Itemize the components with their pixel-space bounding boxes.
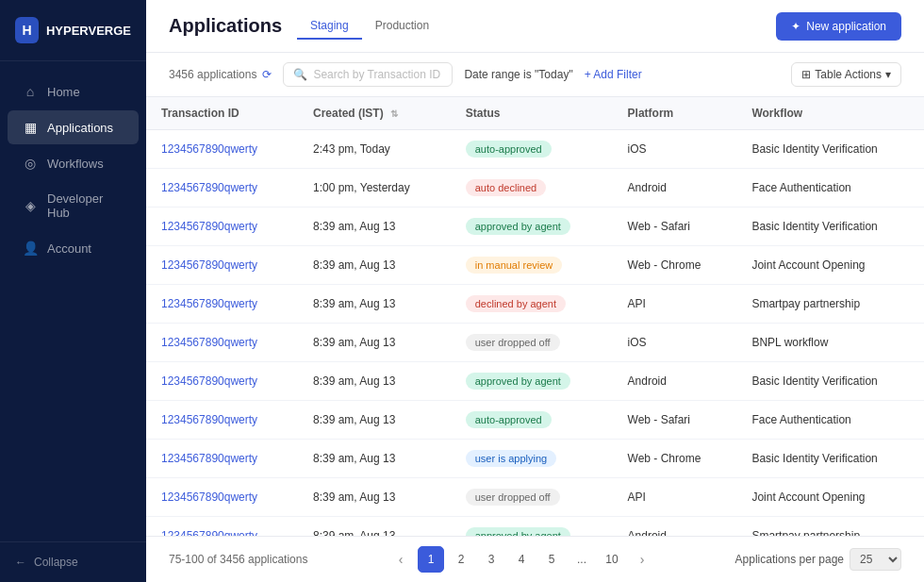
- table-actions-button[interactable]: ⊞ Table Actions ▾: [791, 62, 901, 87]
- table-row[interactable]: 1234567890qwerty 1:00 pm, Yesterday auto…: [146, 169, 924, 208]
- status-badge: user dropped off: [466, 334, 560, 351]
- table-row[interactable]: 1234567890qwerty 8:39 am, Aug 13 approve…: [146, 517, 924, 537]
- cell-workflow: Face Authentication: [736, 401, 924, 440]
- date-range-text: Date range is "Today": [464, 68, 572, 81]
- cell-platform: API: [613, 478, 737, 517]
- cell-status: user dropped off: [451, 324, 613, 362]
- workflows-icon: ◎: [23, 156, 38, 171]
- table-row[interactable]: 1234567890qwerty 8:39 am, Aug 13 user dr…: [146, 478, 924, 517]
- cell-workflow: Face Authentication: [736, 169, 924, 208]
- cell-workflow: Basic Identity Verification: [736, 208, 924, 246]
- table-icon: ⊞: [801, 68, 811, 81]
- cell-platform: API: [613, 285, 737, 324]
- col-transaction-id: Transaction ID: [146, 97, 298, 130]
- cell-status: approved by agent: [451, 362, 613, 401]
- table-row[interactable]: 1234567890qwerty 2:43 pm, Today auto-app…: [146, 130, 924, 169]
- pagination-pages: ‹12345...10›: [388, 546, 655, 573]
- table-row[interactable]: 1234567890qwerty 8:39 am, Aug 13 approve…: [146, 208, 924, 246]
- table-row[interactable]: 1234567890qwerty 8:39 am, Aug 13 auto-ap…: [146, 401, 924, 440]
- sidebar-nav: ⌂Home▦Applications◎Workflows◈Developer H…: [0, 61, 146, 541]
- page-title: Applications: [169, 15, 282, 37]
- pagination-page-10[interactable]: 10: [599, 546, 625, 573]
- sidebar-item-home[interactable]: ⌂Home: [8, 75, 139, 108]
- cell-status: approved by agent: [451, 208, 613, 246]
- page-title-area: Applications StagingProduction: [169, 13, 442, 40]
- cell-workflow: Basic Identity Verification: [736, 440, 924, 478]
- per-page-select[interactable]: 25 50 100: [850, 548, 901, 571]
- collapse-button[interactable]: ← Collapse: [0, 541, 146, 582]
- pagination-next[interactable]: ›: [629, 546, 655, 573]
- cell-status: declined by agent: [451, 285, 613, 324]
- col-status: Status: [451, 97, 613, 130]
- table-row[interactable]: 1234567890qwerty 8:39 am, Aug 13 decline…: [146, 285, 924, 324]
- cell-created: 8:39 am, Aug 13: [298, 324, 451, 362]
- status-badge: auto-approved: [466, 141, 552, 158]
- chevron-down-icon: ▾: [885, 68, 891, 81]
- cell-status: user dropped off: [451, 478, 613, 517]
- sidebar-label-home: Home: [47, 85, 80, 99]
- cell-transaction-id: 1234567890qwerty: [146, 169, 298, 208]
- col-workflow: Workflow: [736, 97, 924, 130]
- pagination-page-4[interactable]: 4: [508, 546, 535, 573]
- table-row[interactable]: 1234567890qwerty 8:39 am, Aug 13 user dr…: [146, 324, 924, 362]
- sidebar-item-developer_hub[interactable]: ◈Developer Hub: [8, 182, 139, 229]
- status-badge: approved by agent: [466, 373, 570, 390]
- page-range-text: 75-100 of 3456 applications: [169, 553, 307, 566]
- pagination-page-1[interactable]: 1: [418, 546, 444, 573]
- add-filter-button[interactable]: + Add Filter: [585, 68, 642, 81]
- table-container: Transaction ID Created (IST) ⇅ Status Pl…: [146, 97, 924, 536]
- status-badge: in manual review: [466, 257, 563, 274]
- cell-status: auto declined: [451, 169, 613, 208]
- logo-text: HYPERVERGE: [46, 24, 131, 38]
- col-created[interactable]: Created (IST) ⇅: [298, 97, 451, 130]
- cell-status: user is applying: [451, 440, 613, 478]
- cell-platform: Android: [613, 362, 737, 401]
- account-icon: 👤: [23, 241, 38, 256]
- search-box[interactable]: 🔍 Search by Transaction ID: [283, 62, 453, 87]
- search-placeholder: Search by Transaction ID: [313, 68, 440, 81]
- new-application-button[interactable]: ✦ New application: [776, 12, 901, 41]
- pagination-bar: 75-100 of 3456 applications ‹12345...10›…: [146, 536, 924, 582]
- cell-transaction-id: 1234567890qwerty: [146, 478, 298, 517]
- pagination-prev[interactable]: ‹: [388, 546, 414, 573]
- cell-workflow: BNPL workflow: [736, 324, 924, 362]
- cell-created: 8:39 am, Aug 13: [298, 246, 451, 285]
- cell-workflow: Joint Account Opening: [736, 246, 924, 285]
- status-badge: approved by agent: [466, 218, 570, 235]
- cell-transaction-id: 1234567890qwerty: [146, 285, 298, 324]
- cell-platform: iOS: [613, 324, 737, 362]
- cell-platform: Android: [613, 517, 737, 537]
- cell-workflow: Basic Identity Verification: [736, 362, 924, 401]
- table-row[interactable]: 1234567890qwerty 8:39 am, Aug 13 user is…: [146, 440, 924, 478]
- pagination-page-2[interactable]: 2: [448, 546, 474, 573]
- pagination-ellipsis: ...: [569, 546, 595, 573]
- cell-transaction-id: 1234567890qwerty: [146, 324, 298, 362]
- sidebar-item-account[interactable]: 👤Account: [8, 231, 139, 265]
- cell-platform: Web - Chrome: [613, 440, 737, 478]
- per-page-selector: Applications per page 25 50 100: [735, 548, 901, 571]
- sidebar-item-applications[interactable]: ▦Applications: [8, 110, 139, 144]
- sidebar-label-account: Account: [47, 241, 91, 256]
- cell-transaction-id: 1234567890qwerty: [146, 401, 298, 440]
- applications-icon: ▦: [23, 120, 38, 135]
- cell-created: 8:39 am, Aug 13: [298, 208, 451, 246]
- table-row[interactable]: 1234567890qwerty 8:39 am, Aug 13 in manu…: [146, 246, 924, 285]
- cell-platform: Web - Chrome: [613, 246, 737, 285]
- pagination-page-5[interactable]: 5: [538, 546, 565, 573]
- tab-staging[interactable]: Staging: [297, 13, 362, 40]
- sidebar-item-workflows[interactable]: ◎Workflows: [8, 146, 139, 180]
- tab-production[interactable]: Production: [362, 13, 442, 40]
- cell-created: 8:39 am, Aug 13: [298, 478, 451, 517]
- collapse-icon: ←: [15, 556, 26, 569]
- cell-transaction-id: 1234567890qwerty: [146, 362, 298, 401]
- pagination-page-3[interactable]: 3: [478, 546, 504, 573]
- date-filter[interactable]: Date range is "Today": [464, 68, 572, 81]
- logo: H HYPERVERGE: [0, 0, 146, 61]
- refresh-icon[interactable]: ⟳: [262, 68, 272, 81]
- table-body: 1234567890qwerty 2:43 pm, Today auto-app…: [146, 130, 924, 537]
- sidebar-label-applications: Applications: [47, 121, 113, 135]
- developer_hub-icon: ◈: [23, 198, 38, 213]
- sidebar-label-developer_hub: Developer Hub: [47, 191, 124, 220]
- cell-workflow: Joint Account Opening: [736, 478, 924, 517]
- table-row[interactable]: 1234567890qwerty 8:39 am, Aug 13 approve…: [146, 362, 924, 401]
